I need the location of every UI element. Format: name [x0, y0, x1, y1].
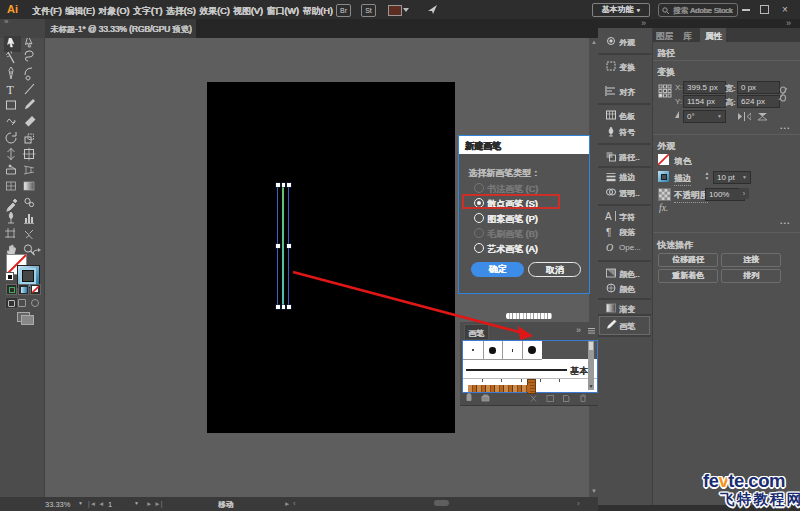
svg-text:¶: ¶ [606, 227, 611, 238]
svg-text:T: T [7, 83, 15, 97]
svg-text:A: A [605, 211, 612, 222]
svg-text:O: O [606, 242, 613, 253]
